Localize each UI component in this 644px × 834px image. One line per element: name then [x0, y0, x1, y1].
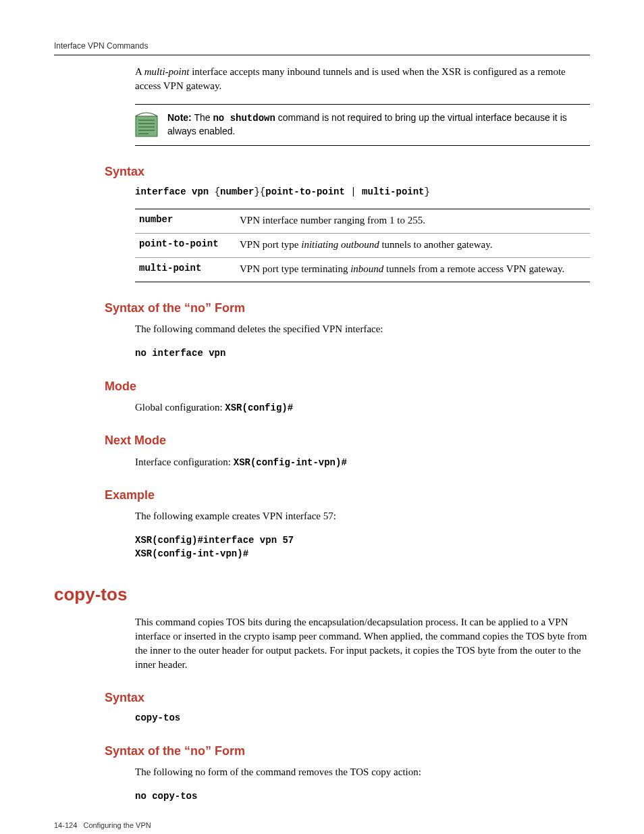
text-emphasis: initiating outbound [301, 239, 379, 250]
param-name: point-to-point [135, 233, 236, 257]
text: The [192, 112, 213, 123]
text: A [135, 66, 144, 77]
param-name: number [135, 209, 236, 233]
text: interface accepts many inbound tunnels a… [135, 66, 566, 91]
prompt: XSR(config)# [225, 402, 293, 413]
cmd-keyword: point-to-point [265, 186, 345, 197]
inline-code: no shutdown [213, 113, 275, 124]
brace: } [425, 186, 430, 197]
param-desc: VPN port type initiating outbound tunnel… [236, 233, 590, 257]
text: The following command deletes the specif… [135, 322, 590, 336]
text-emphasis: inbound [350, 263, 383, 274]
text-emphasis: multi-point [144, 66, 190, 77]
heading-syntax: Syntax [105, 163, 590, 180]
command-title-copy-tos: copy-tos [54, 582, 590, 606]
page-number: 14-124 [54, 821, 77, 829]
page-footer: 14-124 Configuring the VPN [54, 820, 590, 831]
copy-tos-description: This command copies TOS bits during the … [135, 615, 590, 672]
next-mode-text: Interface configuration: XSR(config-int-… [135, 455, 590, 470]
intro-paragraph: A multi-point interface accepts many inb… [135, 65, 590, 93]
heading-syntax: Syntax [105, 689, 590, 706]
brace: }{ [254, 186, 265, 197]
chapter-title: Configuring the VPN [83, 821, 151, 829]
syntax-line: interface vpn {number}{point-to-point | … [135, 186, 590, 199]
note-icon [135, 111, 158, 137]
heading-next-mode: Next Mode [105, 432, 590, 449]
brace: { [215, 186, 220, 197]
example-text: The following example creates VPN interf… [135, 509, 590, 523]
table-row: number VPN interface number ranging from… [135, 209, 590, 233]
param-desc: VPN port type terminating inbound tunnel… [236, 257, 590, 282]
mode-text: Global configuration: XSR(config)# [135, 400, 590, 415]
prompt: XSR(config-int-vpn)# [234, 457, 347, 468]
note-label: Note: [167, 112, 192, 123]
running-header: Interface VPN Commands [54, 41, 590, 52]
command: no copy-tos [135, 790, 590, 804]
heading-syntax-no: Syntax of the “no” Form [105, 300, 590, 317]
command: copy-tos [135, 712, 590, 725]
text: VPN port type [240, 239, 301, 250]
heading-syntax-no: Syntax of the “no” Form [105, 743, 590, 760]
cmd-keyword: multi-point [362, 186, 424, 197]
cmd-keyword: interface vpn [135, 186, 215, 197]
example-block: XSR(config)#interface vpn 57 XSR(config-… [135, 534, 590, 561]
cmd-arg: number [220, 186, 254, 197]
heading-example: Example [105, 487, 590, 504]
text: tunnels to another gateway. [379, 239, 493, 250]
text: Interface configuration: [135, 457, 234, 467]
heading-mode: Mode [105, 378, 590, 395]
param-desc: VPN interface number ranging from 1 to 2… [236, 209, 590, 233]
text: tunnels from a remote access VPN gateway… [383, 263, 564, 274]
table-row: multi-point VPN port type terminating in… [135, 257, 590, 282]
param-name: multi-point [135, 257, 236, 282]
table-row: point-to-point VPN port type initiating … [135, 233, 590, 257]
note-callout: Note: The no shutdown command is not req… [135, 104, 590, 146]
header-rule [54, 55, 590, 55]
command: no interface vpn [135, 347, 590, 361]
text: The following no form of the command rem… [135, 765, 590, 779]
text: VPN port type terminating [240, 263, 350, 274]
parameter-table: number VPN interface number ranging from… [135, 209, 590, 282]
pipe: | [345, 186, 362, 197]
text: Global configuration: [135, 402, 225, 413]
note-text: Note: The no shutdown command is not req… [167, 111, 590, 138]
